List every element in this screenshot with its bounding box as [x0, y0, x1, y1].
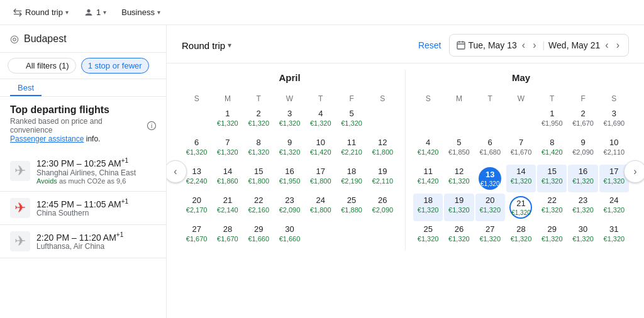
april-day-28[interactable]: 28€1,670	[213, 222, 242, 250]
april-day-19[interactable]: 19€2,110	[368, 165, 397, 192]
april-day-11[interactable]: 11€2,210	[336, 136, 366, 163]
april-day-15[interactable]: 15€1,800	[244, 165, 274, 192]
passengers-button[interactable]: 1 ▾	[79, 5, 111, 20]
day-header-t1: T	[244, 92, 274, 106]
stops-filter-button[interactable]: 1 stop or fewer	[81, 58, 149, 74]
flight-card-2[interactable]: ✈ 12:45 PM – 11:05 AM+1 China Southern	[0, 192, 166, 225]
depart-date-picker[interactable]: Tue, May 13 ‹ › | Wed, May 21 ‹ ›	[449, 34, 629, 57]
may-day-26[interactable]: 26€1,320	[444, 222, 474, 250]
april-day-26[interactable]: 26€2,090	[368, 194, 397, 221]
may-day-8[interactable]: 8€1,420	[537, 136, 567, 163]
april-day-8[interactable]: 8€1,320	[244, 136, 274, 163]
may-day-header-m1: M	[444, 92, 474, 106]
may-day-13-selected: 13 €1,320	[479, 167, 501, 190]
april-day-17[interactable]: 17€1,800	[306, 165, 335, 192]
april-day-9[interactable]: 9€1,320	[275, 136, 304, 163]
date-separator: |	[542, 40, 545, 50]
april-day-10[interactable]: 10€1,420	[306, 136, 335, 163]
april-day-22[interactable]: 22€2,160	[244, 194, 274, 221]
may-day-15[interactable]: 15€1,320	[537, 165, 567, 192]
trip-type-chevron: ▾	[65, 9, 69, 16]
may-day-27[interactable]: 27€1,320	[475, 222, 505, 250]
flight-card-1[interactable]: ✈ 12:30 PM – 10:25 AM+1 Shanghai Airline…	[0, 151, 166, 192]
april-day-29[interactable]: 29€1,660	[244, 222, 274, 250]
search-destination: Budapest	[24, 33, 67, 45]
reset-button[interactable]: Reset	[418, 40, 441, 50]
may-day-11[interactable]: 11€1,420	[413, 165, 443, 192]
may-day-5[interactable]: 5€1,850	[444, 136, 474, 163]
may-day-25[interactable]: 25€1,320	[413, 222, 443, 250]
april-day-4[interactable]: 4€1,320	[306, 107, 335, 134]
may-day-20[interactable]: 20€1,320	[475, 194, 505, 221]
may-day-10[interactable]: 10€2,110	[599, 136, 629, 163]
april-day-30[interactable]: 30€1,660	[275, 222, 304, 250]
return-next-button[interactable]: ›	[614, 38, 622, 52]
cabin-button[interactable]: Business ▾	[116, 5, 165, 19]
top-bar: Round trip ▾ 1 ▾ Business ▾	[0, 0, 644, 25]
april-day-7[interactable]: 7€1,320	[213, 136, 242, 163]
may-day-23[interactable]: 23€1,320	[568, 194, 597, 221]
may-day-6[interactable]: 6€1,680	[475, 136, 505, 163]
may-day-19[interactable]: 19€1,320	[444, 194, 474, 221]
may-day-21-selected: 21 €1,320	[509, 196, 532, 219]
info-icon[interactable]: i	[147, 121, 156, 130]
flight-info-3: 2:20 PM – 11:20 AM+1 Lufthansa, Air Chin…	[36, 231, 156, 251]
april-day-16[interactable]: 16€1,950	[275, 165, 304, 192]
april-day-25[interactable]: 25€1,880	[336, 194, 366, 221]
all-filters-button[interactable]: All filters (1)	[8, 58, 76, 74]
april-day-12[interactable]: 12€1,800	[368, 136, 397, 163]
may-day-16[interactable]: 16€1,320	[568, 165, 597, 192]
roundtrip-label: Round trip	[182, 40, 225, 51]
april-day-14[interactable]: 14€1,860	[213, 165, 242, 192]
may-day-18[interactable]: 18€1,320	[413, 194, 443, 221]
may-day-13[interactable]: 13 €1,320	[475, 165, 505, 192]
day-header-t2: T	[306, 92, 335, 106]
may-grid: S M T W T F S 1€1,950 2€1,670 3€1,690	[413, 92, 629, 250]
passenger-assistance-link[interactable]: Passenger assistance	[10, 134, 84, 143]
roundtrip-select-button[interactable]: Round trip ▾	[182, 40, 231, 51]
calendar-next-button[interactable]: ›	[624, 160, 644, 183]
april-day-2[interactable]: 2€1,320	[244, 107, 274, 134]
may-day-3[interactable]: 3€1,690	[599, 107, 629, 134]
april-day-23[interactable]: 23€2,090	[275, 194, 304, 221]
may-day-2[interactable]: 2€1,670	[568, 107, 597, 134]
may-day-21[interactable]: 21 €1,320	[506, 194, 536, 221]
day-header-s2: S	[368, 92, 397, 106]
location-icon: ◎	[10, 33, 19, 45]
may-day-14[interactable]: 14€1,320	[506, 165, 536, 192]
depart-next-button[interactable]: ›	[530, 38, 538, 52]
may-day-7[interactable]: 7€1,670	[506, 136, 536, 163]
airline-logo-1: ✈	[10, 161, 30, 181]
april-day-24[interactable]: 24€1,800	[306, 194, 335, 221]
may-day-24[interactable]: 24€1,320	[599, 194, 629, 221]
may-day-12[interactable]: 12€1,320	[444, 165, 474, 192]
april-day-20[interactable]: 20€2,170	[182, 194, 211, 221]
may-day-28[interactable]: 28€1,320	[506, 222, 536, 250]
april-empty-1	[182, 107, 211, 134]
best-tab[interactable]: Best	[10, 80, 42, 96]
flight-info-1: 12:30 PM – 10:25 AM+1 Shanghai Airlines,…	[36, 157, 156, 185]
april-day-21[interactable]: 21€2,140	[213, 194, 242, 221]
may-day-9[interactable]: 9€2,090	[568, 136, 597, 163]
april-day-27[interactable]: 27€1,670	[182, 222, 211, 250]
depart-prev-button[interactable]: ‹	[519, 38, 528, 52]
may-day-4[interactable]: 4€1,420	[413, 136, 443, 163]
trip-type-button[interactable]: Round trip ▾	[8, 5, 74, 20]
april-day-5[interactable]: 5€1,320	[336, 107, 366, 134]
may-day-31[interactable]: 31€1,320	[599, 222, 629, 250]
calendar-body: April S M T W T F S 1€1,320 2€1,320 3€1,…	[167, 63, 644, 256]
may-day-29[interactable]: 29€1,320	[537, 222, 567, 250]
flight-eco-1: Avoids as much CO2e as 9,6	[36, 177, 156, 185]
flight-card-3[interactable]: ✈ 2:20 PM – 11:20 AM+1 Lufthansa, Air Ch…	[0, 225, 166, 258]
april-day-1[interactable]: 1€1,320	[213, 107, 242, 134]
airline-logo-2: ✈	[10, 198, 30, 218]
april-day-3[interactable]: 3€1,320	[275, 107, 304, 134]
may-day-header-t2: T	[537, 92, 567, 106]
return-prev-button[interactable]: ‹	[602, 38, 611, 52]
may-day-22[interactable]: 22€1,320	[537, 194, 567, 221]
may-day-1[interactable]: 1€1,950	[537, 107, 567, 134]
main-layout: ◎ Budapest All filters (1) 1 stop or few…	[0, 25, 644, 318]
may-day-30[interactable]: 30€1,320	[568, 222, 597, 250]
april-day-18[interactable]: 18€2,190	[336, 165, 366, 192]
april-day-6[interactable]: 6€1,320	[182, 136, 211, 163]
